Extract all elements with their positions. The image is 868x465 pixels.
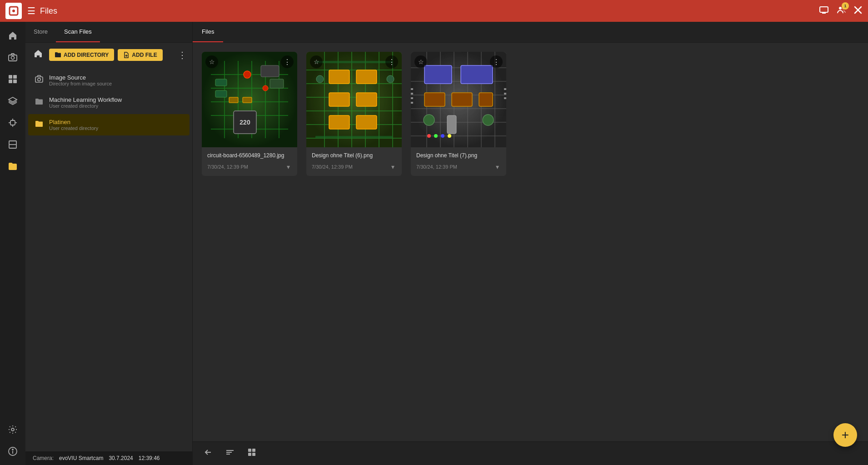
- svg-rect-70: [356, 93, 377, 106]
- add-directory-button[interactable]: ADD DIRECTORY: [49, 49, 114, 61]
- directory-item-platinen[interactable]: Platinen User created directory: [28, 114, 190, 135]
- file-thumbnail-1: 220 ☆: [202, 52, 297, 147]
- file-card-2[interactable]: ☆ ⋮ Design ohne Titel (6).png 7/30/24, 1…: [306, 52, 402, 176]
- svg-rect-67: [329, 70, 349, 84]
- close-icon[interactable]: [853, 5, 863, 17]
- svg-rect-103: [411, 93, 413, 95]
- sidebar-item-apps[interactable]: [3, 69, 23, 89]
- svg-rect-71: [329, 115, 349, 129]
- time-value: 12:39:46: [139, 455, 160, 461]
- file-date-3: 7/30/24, 12:39 PM: [416, 164, 457, 170]
- file-card-3[interactable]: ☆ ⋮ Design ohne Titel (7).png 7/30/24, 1…: [411, 52, 506, 176]
- svg-rect-116: [252, 453, 255, 456]
- sidebar-item-info[interactable]: [3, 441, 23, 461]
- people-icon[interactable]: 1: [836, 5, 846, 17]
- svg-point-96: [424, 115, 434, 125]
- file-thumbnail-2: ☆ ⋮: [306, 52, 402, 147]
- sidebar-item-settings[interactable]: [3, 420, 23, 440]
- svg-rect-106: [504, 88, 506, 90]
- right-panel: Files: [193, 22, 868, 465]
- svg-rect-115: [248, 453, 251, 456]
- tab-files[interactable]: Files: [193, 22, 223, 42]
- svg-rect-45: [215, 90, 227, 97]
- home-button[interactable]: [31, 47, 45, 62]
- menu-icon[interactable]: ☰: [27, 5, 35, 16]
- tab-scan-files[interactable]: Scan Files: [56, 22, 100, 42]
- sidebar-item-camera[interactable]: [3, 47, 23, 67]
- more-button-2[interactable]: ⋮: [385, 55, 398, 68]
- file-name-2: Design ohne Titel (6).png: [312, 152, 396, 160]
- svg-rect-46: [261, 65, 279, 77]
- svg-rect-93: [452, 93, 472, 106]
- camera-value: evoVIU Smartcam: [59, 455, 103, 461]
- more-options-button[interactable]: ⋮: [178, 50, 187, 60]
- svg-rect-69: [329, 93, 349, 106]
- svg-point-24: [12, 449, 13, 450]
- svg-rect-114: [252, 449, 255, 452]
- tab-store[interactable]: Store: [25, 22, 56, 42]
- svg-rect-108: [504, 97, 506, 99]
- svg-rect-92: [424, 93, 445, 106]
- right-panel-tabs: Files: [193, 22, 868, 43]
- notification-badge: 1: [842, 2, 849, 10]
- camera-icon: [35, 75, 44, 86]
- svg-point-5: [839, 7, 842, 10]
- file-name-3: Design ohne Titel (7).png: [416, 152, 501, 160]
- svg-rect-51: [243, 97, 252, 103]
- star-button-1[interactable]: ☆: [205, 55, 218, 68]
- directory-name: Machine Learning Workflow: [49, 96, 122, 103]
- file-card-info-2: Design ohne Titel (6).png 7/30/24, 12:39…: [306, 147, 402, 176]
- svg-rect-47: [270, 79, 284, 88]
- svg-rect-95: [447, 115, 456, 134]
- date-value: 30.7.2024: [109, 455, 133, 461]
- svg-point-10: [11, 56, 15, 60]
- fab-add-button[interactable]: +: [833, 423, 857, 447]
- svg-rect-73: [315, 61, 393, 63]
- sort-button[interactable]: [222, 445, 238, 462]
- sidebar-item-layers[interactable]: [3, 91, 23, 111]
- svg-rect-105: [411, 102, 413, 104]
- directory-name: Platinen: [49, 119, 98, 125]
- sidebar-item-home[interactable]: [3, 25, 23, 45]
- directory-subtitle: User created directory: [49, 103, 122, 109]
- svg-rect-12: [13, 75, 17, 79]
- more-button-1[interactable]: ⋮: [281, 55, 294, 68]
- star-button-2[interactable]: ☆: [310, 55, 323, 68]
- svg-text:220: 220: [239, 119, 250, 126]
- svg-point-21: [11, 428, 14, 431]
- expand-button-1[interactable]: ▾: [285, 162, 292, 171]
- svg-point-76: [387, 75, 394, 83]
- back-button[interactable]: [200, 445, 216, 462]
- svg-point-49: [263, 85, 268, 91]
- svg-point-30: [38, 78, 40, 81]
- screen-share-icon[interactable]: [819, 5, 829, 17]
- more-button-3[interactable]: ⋮: [490, 55, 503, 68]
- sidebar-item-files[interactable]: [3, 156, 23, 176]
- sidebar-item-plugins[interactable]: [3, 113, 23, 133]
- svg-rect-29: [35, 77, 43, 82]
- svg-point-97: [483, 115, 494, 125]
- sidebar-item-book[interactable]: [3, 135, 23, 155]
- svg-rect-68: [356, 70, 377, 84]
- topbar-actions: 1: [819, 5, 863, 17]
- svg-point-101: [448, 134, 451, 138]
- folder-icon: [35, 97, 44, 108]
- bottom-toolbar: [193, 441, 868, 465]
- file-name-1: circuit-board-6560489_1280.jpg: [207, 152, 292, 160]
- grid-view-button[interactable]: [244, 445, 260, 462]
- svg-rect-90: [424, 65, 452, 84]
- camera-label: Camera:: [33, 455, 54, 461]
- svg-point-75: [316, 75, 324, 83]
- topbar: ☰ Files 1: [0, 0, 868, 22]
- expand-button-2[interactable]: ▾: [389, 162, 396, 171]
- app-logo: [5, 3, 22, 19]
- file-card-info-1: circuit-board-6560489_1280.jpg 7/30/24, …: [202, 147, 297, 176]
- directory-item-ml-workflow[interactable]: Machine Learning Workflow User created d…: [28, 92, 190, 113]
- add-file-button[interactable]: ADD FILE: [118, 49, 162, 61]
- svg-rect-44: [215, 79, 227, 86]
- directory-item-image-source[interactable]: Image Source Directory from image source: [28, 70, 190, 91]
- star-button-3[interactable]: ☆: [414, 55, 427, 68]
- expand-button-3[interactable]: ▾: [494, 162, 501, 171]
- svg-rect-74: [315, 136, 393, 138]
- file-card-1[interactable]: 220 ☆: [202, 52, 297, 176]
